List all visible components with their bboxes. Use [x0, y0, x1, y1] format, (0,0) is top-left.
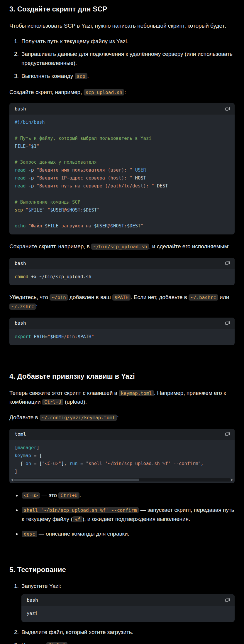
save-script-paragraph: Сохраните скрипт, например, в ~/bin/scp_…	[9, 242, 235, 251]
inline-code: ~/.zshrc	[9, 303, 36, 310]
code-language-label: bash	[27, 596, 38, 604]
copy-button[interactable]	[224, 597, 231, 604]
section-3-steps-list: Получать путь к текущему файлу из Yazi. …	[9, 37, 235, 81]
ensure-path-paragraph: Убедитесь, что ~/bin добавлен в ваш $PAT…	[9, 293, 235, 311]
list-item: Запустите Yazi: bash yazi	[20, 582, 235, 622]
inline-code: Ctrl+U	[58, 492, 79, 499]
code-block-header: bash	[9, 258, 235, 269]
copy-icon	[225, 260, 230, 266]
list-item: Нажмите Ctrl+U.	[20, 641, 235, 644]
inline-code: scp	[75, 73, 87, 79]
code-block-header: bash	[21, 594, 235, 606]
code-content: chmod +x ~/bin/scp_upload.sh	[9, 269, 235, 285]
code-block-export-path: bash export PATH="$HOME/bin:$PATH"	[9, 318, 235, 345]
code-content: yazi	[21, 606, 235, 622]
list-item: desc — описание команды для справки.	[21, 529, 235, 539]
scrollbar-right-arrow-icon[interactable]: ▶	[231, 478, 234, 482]
inline-code: $PATH	[112, 294, 131, 301]
section-5-steps-list: Запустите Yazi: bash yazi Выделите файл,…	[9, 582, 235, 644]
inline-code: <C-u>	[22, 492, 40, 499]
inline-code: %f	[73, 516, 82, 522]
list-item: Получать путь к текущему файлу из Yazi.	[20, 37, 235, 46]
code-language-label: bash	[15, 260, 26, 267]
list-item: Выполнять команду scp.	[20, 72, 235, 81]
inline-code: shell '~/bin/scp_upload.sh %f' --confirm	[22, 507, 139, 513]
code-block-yazi: bash yazi	[21, 594, 235, 622]
inline-code: keymap.toml	[119, 390, 154, 396]
list-item: Выделите файл, который хотите загрузить.	[20, 628, 235, 637]
copy-icon	[225, 597, 230, 603]
scrollbar-thumb[interactable]	[13, 479, 139, 481]
copy-button[interactable]	[224, 260, 231, 267]
copy-button[interactable]	[224, 431, 231, 438]
code-content: export PATH="$HOME/bin:$PATH"	[9, 329, 235, 345]
inline-code: ~/bin	[50, 294, 68, 301]
code-block-chmod: bash chmod +x ~/bin/scp_upload.sh	[9, 258, 235, 285]
list-item: <C-u> — это Ctrl+U.	[21, 491, 235, 500]
list-item: Запрашивать данные для подключения к уда…	[20, 50, 235, 68]
section-5-heading: 5. Тестирование	[9, 564, 235, 576]
copy-icon	[225, 431, 230, 437]
code-language-label: bash	[15, 105, 26, 113]
inline-code: ~/.bashrc	[189, 294, 218, 301]
step-text: Запустите Yazi:	[21, 583, 61, 589]
section-4-heading: 4. Добавьте привязку клавиш в Yazi	[9, 371, 235, 382]
code-block-header: toml	[9, 429, 235, 440]
section-divider	[9, 555, 235, 555]
section-3-heading: 3. Создайте скрипт для SCP	[9, 4, 235, 15]
create-script-paragraph: Создайте скрипт, например, scp_upload.sh…	[9, 88, 235, 97]
code-block-keymap-toml: toml [manager]keymap = [ { on = ["<C-u>"…	[9, 429, 235, 484]
scrollbar-track[interactable]	[13, 478, 231, 482]
section-divider	[9, 362, 235, 362]
code-content: [manager]keymap = [ { on = ["<C-u>"], ru…	[9, 440, 235, 477]
inline-code: scp_upload.sh	[84, 89, 124, 95]
code-block-upload-script: bash #!/bin/bash # Путь к файлу, который…	[9, 103, 235, 234]
code-language-label: toml	[15, 430, 26, 438]
section-3-intro: Чтобы использовать SCP в Yazi, нужно нап…	[9, 21, 235, 31]
copy-icon	[225, 320, 230, 326]
section-4-bullets-list: <C-u> — это Ctrl+U. shell '~/bin/scp_upl…	[9, 491, 235, 538]
code-content: #!/bin/bash # Путь к файлу, который выбр…	[9, 115, 235, 234]
inline-code: Ctrl+U	[46, 642, 67, 644]
copy-button[interactable]	[224, 105, 231, 113]
section-4-intro: Теперь свяжите этот скрипт с клавишей в …	[9, 389, 235, 407]
list-item: shell '~/bin/scp_upload.sh %f' --confirm…	[21, 506, 235, 524]
horizontal-scrollbar[interactable]: ◀ ▶	[9, 478, 235, 482]
inline-code: desc	[22, 531, 37, 537]
code-language-label: bash	[15, 319, 26, 327]
copy-icon	[225, 106, 230, 112]
add-to-keymap-paragraph: Добавьте в ~/.config/yazi/keymap.toml:	[9, 413, 235, 422]
copy-button[interactable]	[224, 320, 231, 327]
code-block-header: bash	[9, 103, 235, 115]
inline-code: ~/.config/yazi/keymap.toml	[40, 415, 117, 421]
inline-code: Ctrl+U	[42, 399, 63, 405]
scrollbar-left-arrow-icon[interactable]: ◀	[10, 478, 13, 482]
code-block-header: bash	[9, 318, 235, 329]
inline-code: ~/bin/scp_upload.sh	[91, 244, 149, 250]
